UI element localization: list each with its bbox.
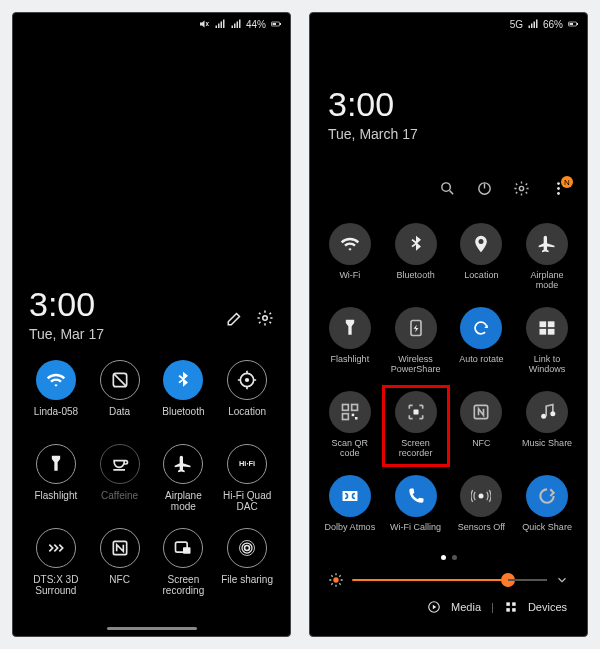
- tile-screenrec[interactable]: Screen recorder: [382, 385, 450, 467]
- tile-circle[interactable]: [36, 444, 76, 484]
- tile-circle[interactable]: [100, 360, 140, 400]
- power-button[interactable]: [476, 180, 493, 201]
- tile-circle[interactable]: [395, 223, 437, 265]
- search-button[interactable]: [439, 180, 456, 201]
- powershare-icon: [406, 318, 426, 338]
- tile-hifi[interactable]: Hi-Fi Quad DAC: [220, 444, 274, 512]
- tile-circle[interactable]: [526, 475, 568, 517]
- tile-location[interactable]: Location: [220, 360, 274, 428]
- tile-circle[interactable]: [395, 475, 437, 517]
- tile-circle[interactable]: [329, 307, 371, 349]
- tile-circle[interactable]: [36, 528, 76, 568]
- more-button[interactable]: N: [550, 180, 567, 201]
- tile-musicshare[interactable]: Music Share: [519, 391, 575, 461]
- tile-label: DTS:X 3D Surround: [29, 574, 83, 596]
- location-icon: [237, 370, 257, 390]
- tile-qr[interactable]: Scan QR code: [322, 391, 378, 461]
- tile-label: Music Share: [522, 439, 572, 461]
- chevron-down-icon[interactable]: [555, 573, 569, 587]
- network-text: 5G: [510, 19, 523, 30]
- devices-button[interactable]: Devices: [528, 601, 567, 613]
- wifi-icon: [340, 234, 360, 254]
- nfc-sq-icon: [471, 402, 491, 422]
- tile-circle[interactable]: [526, 223, 568, 265]
- tile-circle[interactable]: [163, 444, 203, 484]
- quickshare-icon: [537, 486, 557, 506]
- tile-dolby[interactable]: Dolby Atmos: [322, 475, 378, 545]
- tile-circle[interactable]: [460, 475, 502, 517]
- brightness-row: [322, 572, 575, 588]
- sensors-icon: [471, 486, 491, 506]
- tile-circle[interactable]: [460, 307, 502, 349]
- tile-circle[interactable]: [460, 391, 502, 433]
- tile-circle[interactable]: [100, 528, 140, 568]
- quick-tiles-grid: Linda-058DataBluetoothLocationFlashlight…: [29, 360, 274, 596]
- settings-button[interactable]: [256, 309, 274, 331]
- tile-airplane[interactable]: Airplane mode: [157, 444, 211, 512]
- bluetooth-icon: [406, 234, 426, 254]
- tile-circle[interactable]: [100, 444, 140, 484]
- tile-airplane[interactable]: Airplane mode: [519, 223, 575, 293]
- tile-circle[interactable]: [227, 528, 267, 568]
- tile-circle[interactable]: [163, 528, 203, 568]
- tile-linkwindows[interactable]: Link to Windows: [519, 307, 575, 377]
- tile-label: Location: [464, 271, 498, 293]
- tile-circle[interactable]: [460, 223, 502, 265]
- tile-circle[interactable]: [526, 391, 568, 433]
- tile-wifi[interactable]: Wi-Fi: [322, 223, 378, 293]
- tile-screenrec[interactable]: Screen recording: [157, 528, 211, 596]
- screenrec-icon: [406, 402, 426, 422]
- wifi-icon: [46, 370, 66, 390]
- tile-powershare[interactable]: Wireless PowerShare: [388, 307, 444, 377]
- page-dot[interactable]: [452, 555, 457, 560]
- settings-button[interactable]: [513, 180, 530, 201]
- tile-flashlight[interactable]: Flashlight: [322, 307, 378, 377]
- page-dot[interactable]: [441, 555, 446, 560]
- tile-autorotate[interactable]: Auto rotate: [454, 307, 510, 377]
- tile-circle[interactable]: [526, 307, 568, 349]
- nfc-icon: [110, 538, 130, 558]
- edit-icon: [226, 309, 244, 327]
- tile-label: Screen recorder: [388, 439, 444, 461]
- tile-flashlight[interactable]: Flashlight: [29, 444, 83, 512]
- tile-circle[interactable]: [395, 391, 437, 433]
- tile-circle[interactable]: [36, 360, 76, 400]
- tile-circle[interactable]: [395, 307, 437, 349]
- tile-sensors[interactable]: Sensors Off: [454, 475, 510, 545]
- tile-circle[interactable]: [227, 444, 267, 484]
- tile-circle[interactable]: [329, 475, 371, 517]
- edit-button[interactable]: [226, 309, 244, 331]
- tile-label: NFC: [109, 574, 130, 596]
- tile-label: Data: [109, 406, 130, 428]
- tile-location[interactable]: Location: [454, 223, 510, 293]
- windows-icon: [537, 318, 557, 338]
- tile-wifi[interactable]: Linda-058: [29, 360, 83, 428]
- slider-thumb[interactable]: [501, 573, 515, 587]
- tile-circle[interactable]: [163, 360, 203, 400]
- nav-gesture-pill[interactable]: [107, 627, 197, 630]
- tile-nfc[interactable]: NFC: [454, 391, 510, 461]
- brightness-slider[interactable]: [352, 579, 547, 581]
- tile-circle[interactable]: [329, 391, 371, 433]
- tile-data[interactable]: Data: [93, 360, 147, 428]
- tile-caffeine[interactable]: Caffeine: [93, 444, 147, 512]
- tile-circle[interactable]: [329, 223, 371, 265]
- media-button[interactable]: Media: [451, 601, 481, 613]
- tile-quickshare[interactable]: Quick Share: [519, 475, 575, 545]
- clock-date: Tue, Mar 17: [29, 326, 214, 342]
- quick-tiles-grid: Wi-FiBluetoothLocationAirplane modeFlash…: [322, 223, 575, 545]
- wificall-icon: [406, 486, 426, 506]
- tile-label: File sharing: [221, 574, 273, 596]
- tile-wificall[interactable]: Wi-Fi Calling: [388, 475, 444, 545]
- flashlight-icon: [340, 318, 360, 338]
- airplane-icon: [537, 234, 557, 254]
- gear-icon: [513, 180, 530, 197]
- tile-fileshare[interactable]: File sharing: [220, 528, 274, 596]
- tile-nfc[interactable]: NFC: [93, 528, 147, 596]
- tile-circle[interactable]: [227, 360, 267, 400]
- clock-row: 3:00 Tue, March 17: [322, 85, 575, 142]
- tile-bluetooth[interactable]: Bluetooth: [388, 223, 444, 293]
- status-bar: 44%: [13, 13, 290, 35]
- tile-dtsx[interactable]: DTS:X 3D Surround: [29, 528, 83, 596]
- tile-bluetooth[interactable]: Bluetooth: [157, 360, 211, 428]
